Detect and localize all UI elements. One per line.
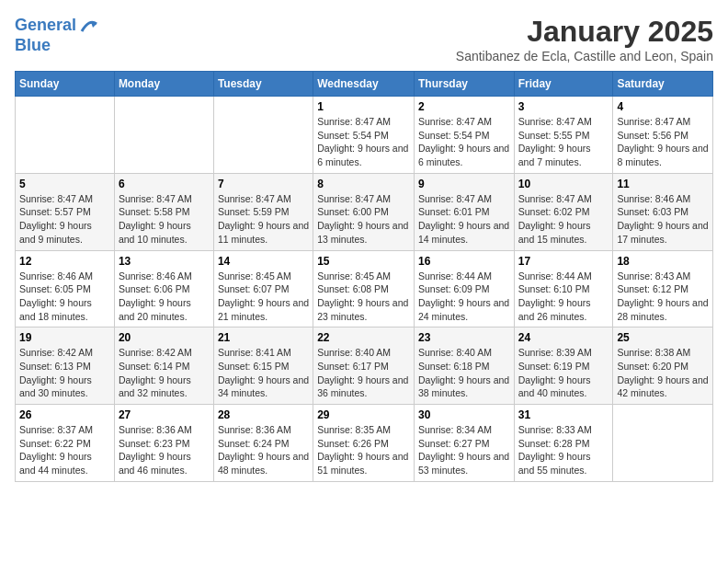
- month-year: January 2025: [456, 15, 713, 49]
- calendar-cell: [114, 97, 213, 174]
- day-info: Sunrise: 8:33 AMSunset: 6:28 PMDaylight:…: [518, 423, 609, 477]
- day-number: 8: [317, 178, 410, 190]
- day-info: Sunrise: 8:44 AMSunset: 6:09 PMDaylight:…: [418, 270, 510, 324]
- day-number: 31: [518, 408, 609, 421]
- day-number: 9: [418, 178, 510, 190]
- day-number: 15: [317, 255, 410, 268]
- day-number: 30: [418, 408, 510, 421]
- logo-subtext: Blue: [15, 37, 100, 55]
- day-info: Sunrise: 8:34 AMSunset: 6:27 PMDaylight:…: [418, 423, 510, 477]
- day-number: 14: [218, 255, 309, 268]
- day-number: 28: [218, 408, 309, 421]
- day-info: Sunrise: 8:42 AMSunset: 6:13 PMDaylight:…: [19, 346, 110, 400]
- weekday-header-cell: Thursday: [414, 72, 514, 97]
- calendar-cell: 14Sunrise: 8:45 AMSunset: 6:07 PMDayligh…: [213, 250, 313, 327]
- day-number: 7: [218, 178, 309, 190]
- day-number: 20: [119, 331, 210, 344]
- day-info: Sunrise: 8:44 AMSunset: 6:10 PMDaylight:…: [518, 270, 609, 324]
- title-area: January 2025 Santibanez de Ecla, Castill…: [456, 15, 713, 63]
- day-info: Sunrise: 8:36 AMSunset: 6:24 PMDaylight:…: [218, 423, 309, 477]
- calendar-cell: 6Sunrise: 8:47 AMSunset: 5:58 PMDaylight…: [114, 173, 213, 250]
- header: General Blue January 2025 Santibanez de …: [15, 15, 713, 63]
- day-info: Sunrise: 8:42 AMSunset: 6:14 PMDaylight:…: [119, 346, 210, 400]
- day-info: Sunrise: 8:47 AMSunset: 5:55 PMDaylight:…: [518, 115, 609, 169]
- day-number: 22: [317, 331, 410, 344]
- calendar-week-row: 5Sunrise: 8:47 AMSunset: 5:57 PMDaylight…: [16, 173, 713, 250]
- logo-text: General: [15, 17, 76, 35]
- day-number: 10: [518, 178, 609, 190]
- calendar-cell: 26Sunrise: 8:37 AMSunset: 6:22 PMDayligh…: [16, 405, 115, 482]
- weekday-header-cell: Friday: [514, 72, 613, 97]
- day-info: Sunrise: 8:47 AMSunset: 5:58 PMDaylight:…: [119, 192, 210, 247]
- day-number: 25: [617, 331, 709, 344]
- calendar-cell: [16, 97, 115, 174]
- calendar-cell: 1Sunrise: 8:47 AMSunset: 5:54 PMDaylight…: [313, 97, 415, 174]
- day-number: 21: [218, 331, 309, 344]
- day-number: 17: [518, 255, 609, 268]
- calendar-cell: 17Sunrise: 8:44 AMSunset: 6:10 PMDayligh…: [514, 250, 613, 327]
- calendar-cell: 2Sunrise: 8:47 AMSunset: 5:54 PMDaylight…: [414, 97, 514, 174]
- calendar-cell: 4Sunrise: 8:47 AMSunset: 5:56 PMDaylight…: [613, 97, 713, 174]
- calendar-cell: 10Sunrise: 8:47 AMSunset: 6:02 PMDayligh…: [514, 173, 613, 250]
- calendar-cell: 31Sunrise: 8:33 AMSunset: 6:28 PMDayligh…: [514, 405, 613, 482]
- day-number: 24: [518, 331, 609, 344]
- day-info: Sunrise: 8:38 AMSunset: 6:20 PMDaylight:…: [617, 346, 709, 400]
- day-number: 26: [19, 408, 110, 421]
- day-info: Sunrise: 8:36 AMSunset: 6:23 PMDaylight:…: [119, 423, 210, 477]
- calendar-body: 1Sunrise: 8:47 AMSunset: 5:54 PMDaylight…: [16, 97, 713, 482]
- day-info: Sunrise: 8:47 AMSunset: 6:02 PMDaylight:…: [518, 192, 609, 247]
- calendar-cell: 28Sunrise: 8:36 AMSunset: 6:24 PMDayligh…: [213, 405, 313, 482]
- weekday-header-cell: Wednesday: [313, 72, 415, 97]
- day-info: Sunrise: 8:47 AMSunset: 5:57 PMDaylight:…: [19, 192, 110, 247]
- day-number: 12: [19, 255, 110, 268]
- day-info: Sunrise: 8:39 AMSunset: 6:19 PMDaylight:…: [518, 346, 609, 400]
- logo: General Blue: [15, 15, 100, 55]
- calendar-cell: 3Sunrise: 8:47 AMSunset: 5:55 PMDaylight…: [514, 97, 613, 174]
- day-info: Sunrise: 8:35 AMSunset: 6:26 PMDaylight:…: [317, 423, 410, 477]
- day-number: 19: [19, 331, 110, 344]
- calendar-cell: 7Sunrise: 8:47 AMSunset: 5:59 PMDaylight…: [213, 173, 313, 250]
- calendar-cell: 30Sunrise: 8:34 AMSunset: 6:27 PMDayligh…: [414, 405, 514, 482]
- calendar-cell: 12Sunrise: 8:46 AMSunset: 6:05 PMDayligh…: [16, 250, 115, 327]
- day-number: 18: [617, 255, 709, 268]
- logo-icon: [78, 15, 100, 37]
- day-info: Sunrise: 8:47 AMSunset: 6:00 PMDaylight:…: [317, 192, 410, 247]
- day-number: 16: [418, 255, 510, 268]
- calendar-cell: 22Sunrise: 8:40 AMSunset: 6:17 PMDayligh…: [313, 327, 415, 405]
- day-info: Sunrise: 8:46 AMSunset: 6:03 PMDaylight:…: [617, 192, 709, 247]
- weekday-header-cell: Tuesday: [213, 72, 313, 97]
- day-number: 2: [418, 100, 510, 113]
- day-info: Sunrise: 8:45 AMSunset: 6:07 PMDaylight:…: [218, 270, 309, 324]
- day-number: 3: [518, 100, 609, 113]
- calendar-cell: 19Sunrise: 8:42 AMSunset: 6:13 PMDayligh…: [16, 327, 115, 405]
- calendar-cell: 9Sunrise: 8:47 AMSunset: 6:01 PMDaylight…: [414, 173, 514, 250]
- location: Santibanez de Ecla, Castille and Leon, S…: [456, 49, 713, 63]
- day-number: 23: [418, 331, 510, 344]
- day-info: Sunrise: 8:46 AMSunset: 6:06 PMDaylight:…: [119, 270, 210, 324]
- calendar-cell: 16Sunrise: 8:44 AMSunset: 6:09 PMDayligh…: [414, 250, 514, 327]
- day-number: 6: [119, 178, 210, 190]
- calendar-cell: 13Sunrise: 8:46 AMSunset: 6:06 PMDayligh…: [114, 250, 213, 327]
- weekday-header-cell: Sunday: [16, 72, 115, 97]
- calendar-cell: 24Sunrise: 8:39 AMSunset: 6:19 PMDayligh…: [514, 327, 613, 405]
- weekday-header-row: SundayMondayTuesdayWednesdayThursdayFrid…: [16, 72, 713, 97]
- day-number: 29: [317, 408, 410, 421]
- day-info: Sunrise: 8:45 AMSunset: 6:08 PMDaylight:…: [317, 270, 410, 324]
- calendar-cell: 29Sunrise: 8:35 AMSunset: 6:26 PMDayligh…: [313, 405, 415, 482]
- day-info: Sunrise: 8:47 AMSunset: 5:54 PMDaylight:…: [418, 115, 510, 169]
- calendar-cell: 23Sunrise: 8:40 AMSunset: 6:18 PMDayligh…: [414, 327, 514, 405]
- day-info: Sunrise: 8:47 AMSunset: 6:01 PMDaylight:…: [418, 192, 510, 247]
- calendar-cell: 27Sunrise: 8:36 AMSunset: 6:23 PMDayligh…: [114, 405, 213, 482]
- day-info: Sunrise: 8:47 AMSunset: 5:56 PMDaylight:…: [617, 115, 709, 169]
- day-info: Sunrise: 8:40 AMSunset: 6:17 PMDaylight:…: [317, 346, 410, 400]
- calendar-week-row: 12Sunrise: 8:46 AMSunset: 6:05 PMDayligh…: [16, 250, 713, 327]
- calendar-week-row: 19Sunrise: 8:42 AMSunset: 6:13 PMDayligh…: [16, 327, 713, 405]
- calendar-week-row: 26Sunrise: 8:37 AMSunset: 6:22 PMDayligh…: [16, 405, 713, 482]
- weekday-header-cell: Monday: [114, 72, 213, 97]
- calendar-cell: 25Sunrise: 8:38 AMSunset: 6:20 PMDayligh…: [613, 327, 713, 405]
- day-info: Sunrise: 8:43 AMSunset: 6:12 PMDaylight:…: [617, 270, 709, 324]
- calendar-cell: 20Sunrise: 8:42 AMSunset: 6:14 PMDayligh…: [114, 327, 213, 405]
- day-number: 13: [119, 255, 210, 268]
- calendar-cell: [613, 405, 713, 482]
- day-info: Sunrise: 8:40 AMSunset: 6:18 PMDaylight:…: [418, 346, 510, 400]
